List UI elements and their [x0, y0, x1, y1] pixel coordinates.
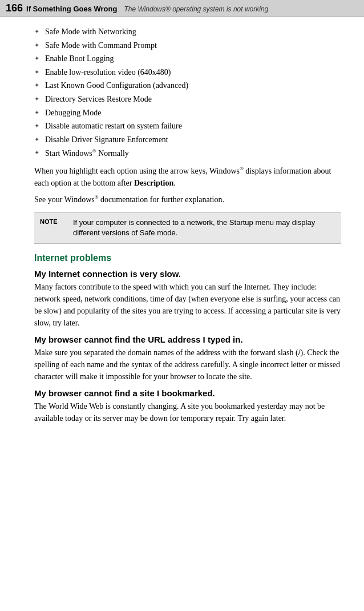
item-text: Disable Driver Signature Enforcement	[45, 134, 168, 146]
bullet-diamond: ✦	[34, 41, 39, 50]
item-text: Safe Mode with Networking	[45, 26, 136, 38]
item-text: Enable Boot Logging	[45, 53, 114, 65]
problem3-heading: My browser cannot find a site I bookmark…	[34, 388, 341, 398]
item-text: Directory Services Restore Mode	[45, 94, 152, 105]
list-item: ✦ Directory Services Restore Mode	[34, 94, 341, 105]
internet-problems-heading: Internet problems	[34, 253, 341, 263]
item-text: Start Windows® Normally	[45, 147, 129, 159]
list-item: ✦ Safe Mode with Networking	[34, 26, 341, 38]
bullet-diamond: ✦	[34, 108, 39, 117]
note-label: NOTE	[40, 218, 67, 239]
paragraph-documentation: See your Windows® documentation for furt…	[34, 194, 341, 206]
header-bar: 166 If Something Goes Wrong The Windows®…	[0, 0, 364, 17]
item-text: Disable automatic restart on system fail…	[45, 120, 182, 132]
chapter-subtitle: The Windows® operating system is not wor…	[124, 5, 268, 13]
bullet-diamond: ✦	[34, 68, 39, 77]
page-number: 166	[6, 2, 23, 14]
bullet-diamond: ✦	[34, 148, 39, 157]
list-item: ✦ Debugging Mode	[34, 107, 341, 119]
problem2-body: Make sure you separated the domain names…	[34, 347, 341, 383]
list-item: ✦ Disable Driver Signature Enforcement	[34, 134, 341, 146]
bullet-diamond: ✦	[34, 27, 39, 36]
list-item: ✦ Enable Boot Logging	[34, 53, 341, 65]
list-item: ✦ Safe Mode with Command Prompt	[34, 40, 341, 51]
note-box: NOTE If your computer is connected to a …	[34, 212, 341, 244]
item-text: Last Known Good Configuration (advanced)	[45, 80, 188, 91]
item-text: Debugging Mode	[45, 107, 101, 119]
item-text: Enable low-resolution video (640x480)	[45, 67, 171, 78]
paragraph-arrow-keys: When you highlight each option using the…	[34, 165, 341, 189]
bullet-diamond: ✦	[34, 54, 39, 63]
note-text: If your computer is connected to a netwo…	[73, 218, 335, 239]
bullet-list: ✦ Safe Mode with Networking ✦ Safe Mode …	[34, 26, 341, 159]
chapter-title: If Something Goes Wrong	[26, 5, 117, 13]
list-item: ✦ Last Known Good Configuration (advance…	[34, 80, 341, 91]
list-item: ✦ Start Windows® Normally	[34, 147, 341, 159]
bullet-diamond: ✦	[34, 81, 39, 90]
bullet-diamond: ✦	[34, 95, 39, 103]
main-content: ✦ Safe Mode with Networking ✦ Safe Mode …	[0, 17, 364, 433]
list-item: ✦ Enable low-resolution video (640x480)	[34, 67, 341, 78]
problem2-heading: My browser cannot find the URL address I…	[34, 335, 341, 344]
bullet-diamond: ✦	[34, 122, 39, 130]
problem1-body: Many factors contribute to the speed wit…	[34, 281, 341, 329]
item-text: Safe Mode with Command Prompt	[45, 40, 157, 51]
problem1-heading: My Internet connection is very slow.	[34, 269, 341, 279]
problem3-body: The World Wide Web is constantly changin…	[34, 400, 341, 424]
bullet-diamond: ✦	[34, 135, 39, 144]
list-item: ✦ Disable automatic restart on system fa…	[34, 120, 341, 132]
